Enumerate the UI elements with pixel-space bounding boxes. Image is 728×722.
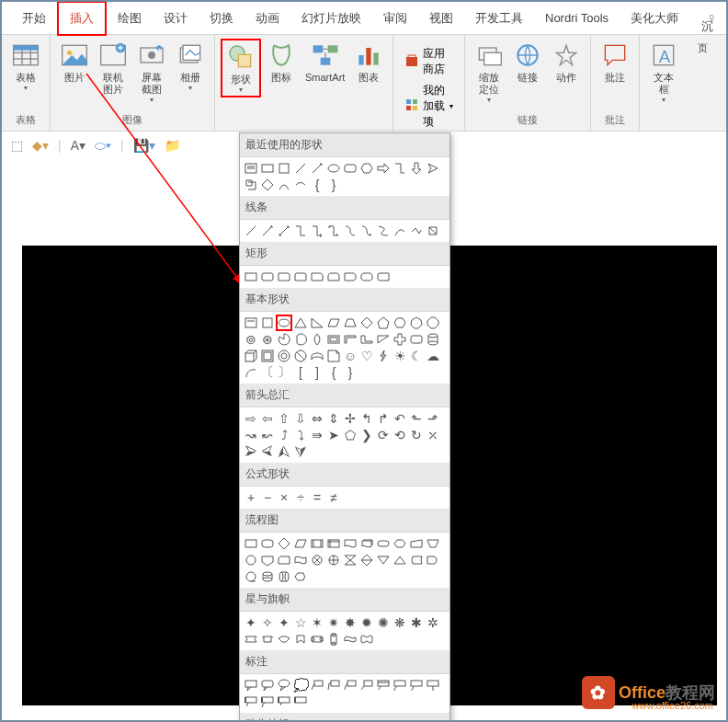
fc-alt[interactable] (259, 535, 276, 552)
picture-button[interactable]: 图片 (56, 39, 93, 86)
basic-textbox[interactable] (243, 315, 259, 331)
tab-design[interactable]: 设计 (153, 3, 199, 34)
arrow-lc[interactable]: ⟲ (392, 427, 408, 443)
arrow-quad2[interactable]: ⤫ (425, 427, 441, 443)
ribbon-3[interactable] (276, 631, 292, 648)
basic-lbracket[interactable]: [ (292, 364, 309, 381)
fc-prep[interactable] (392, 535, 408, 552)
shape-arrow-down[interactable] (408, 160, 425, 177)
arrow-callu[interactable]: ⮙ (276, 443, 292, 460)
arrow-curvel[interactable]: ↜ (259, 427, 276, 443)
star-24[interactable]: ✱ (408, 614, 425, 631)
basic-halfframe[interactable] (342, 331, 358, 348)
fc-seq[interactable] (243, 568, 259, 585)
ribbon-2[interactable] (259, 631, 276, 648)
fc-tape[interactable] (292, 552, 309, 568)
icons-button[interactable]: 图标 (263, 39, 300, 86)
basic-dbracket[interactable]: 〔 (259, 364, 276, 381)
fc-mdoc[interactable] (358, 535, 375, 552)
eq-neq[interactable]: ≠ (325, 489, 342, 506)
rect-3[interactable] (276, 269, 292, 285)
basic-oval[interactable] (276, 315, 292, 331)
fc-data[interactable] (292, 535, 309, 552)
arrow-u[interactable]: ⇧ (276, 410, 292, 427)
shape-arrow-r[interactable] (375, 160, 392, 177)
shape-curve[interactable] (276, 177, 292, 193)
basic-plaque[interactable] (408, 331, 425, 348)
basic-lbrace[interactable]: { (325, 364, 342, 381)
callout-3[interactable] (276, 677, 292, 693)
ribbon-1[interactable] (243, 631, 259, 648)
line-3[interactable] (276, 223, 292, 239)
basic-bevel[interactable] (259, 348, 276, 364)
line-9[interactable] (375, 223, 392, 239)
callout-l2[interactable] (325, 677, 342, 693)
arrow-curver[interactable]: ↝ (243, 427, 259, 443)
arrow-d[interactable]: ⇩ (292, 410, 309, 427)
basic-fold[interactable] (325, 348, 342, 364)
callout-l4[interactable] (358, 677, 375, 693)
star-10[interactable]: ✹ (358, 614, 375, 631)
fc-delay[interactable] (425, 552, 441, 568)
shape-lbrace[interactable]: { (309, 177, 325, 193)
basic-moon[interactable]: ☾ (408, 348, 425, 364)
rect-2[interactable] (259, 269, 276, 285)
fc-pred[interactable] (309, 535, 325, 552)
rect-7[interactable] (342, 269, 358, 285)
fc-ext[interactable] (375, 552, 392, 568)
basic-hex[interactable] (392, 315, 408, 331)
qat-shape[interactable]: ⬭▾ (95, 138, 111, 154)
line-7[interactable] (342, 223, 358, 239)
basic-tear[interactable] (309, 331, 325, 348)
tab-devtools[interactable]: 开发工具 (464, 3, 534, 34)
basic-cube[interactable] (243, 348, 259, 364)
basic-l[interactable] (358, 331, 375, 348)
tab-slideshow[interactable]: 幻灯片放映 (290, 3, 372, 34)
eq-plus[interactable]: + (243, 489, 259, 506)
fc-card[interactable] (276, 552, 292, 568)
shape-diamond[interactable] (259, 177, 276, 193)
basic-arc[interactable] (243, 364, 259, 381)
basic-chord[interactable] (292, 331, 309, 348)
star-5[interactable]: ☆ (292, 614, 309, 631)
callout-a1[interactable] (375, 677, 392, 693)
basic-rbracket[interactable]: ] (309, 364, 325, 381)
album-button[interactable]: 相册 ▾ (172, 39, 209, 94)
tab-beautify[interactable]: 美化大师 (620, 3, 689, 34)
rect-9[interactable] (375, 269, 392, 285)
basic-frame[interactable] (325, 331, 342, 348)
basic-noentry[interactable] (292, 348, 309, 364)
star-7[interactable]: ✷ (325, 614, 342, 631)
basic-smile[interactable]: ☺ (342, 348, 358, 364)
basic-trap[interactable] (342, 315, 358, 331)
tab-animation[interactable]: 动画 (245, 3, 290, 34)
rect-1[interactable] (243, 269, 259, 285)
eq-mult[interactable]: × (276, 489, 292, 506)
qat-save[interactable]: 💾▾ (133, 138, 155, 153)
shape-rect[interactable] (259, 160, 276, 177)
callout-b2[interactable] (259, 693, 276, 710)
basic-10[interactable]: ⊚ (243, 331, 259, 348)
fc-term[interactable] (375, 535, 392, 552)
basic-pie[interactable] (276, 331, 292, 348)
star-4[interactable]: ✦ (276, 614, 292, 631)
fc-mrg[interactable] (392, 552, 408, 568)
line-1[interactable] (243, 223, 259, 239)
textbox-button[interactable]: A 文本框 ▾ (645, 39, 682, 106)
arrow-notch[interactable]: ➤ (325, 427, 342, 443)
arrow-quad[interactable]: ✢ (342, 410, 358, 427)
star-6[interactable]: ✶ (309, 614, 325, 631)
arrow-curved[interactable]: ⤵ (292, 427, 309, 443)
line-8[interactable] (358, 223, 375, 239)
basic-sun[interactable]: ☀ (392, 348, 408, 364)
rect-8[interactable] (358, 269, 375, 285)
line-10[interactable] (392, 223, 408, 239)
arrow-callr[interactable]: ⮚ (243, 443, 259, 460)
callout-l1[interactable] (309, 677, 325, 693)
shape-curve2[interactable] (292, 177, 309, 193)
basic-rtri[interactable] (309, 315, 325, 331)
shape-arrowhead[interactable] (425, 160, 441, 177)
store-button[interactable]: 应用商店 (399, 44, 459, 79)
callout-b3[interactable] (276, 693, 292, 710)
callout-cloud[interactable]: 💭 (292, 677, 309, 693)
